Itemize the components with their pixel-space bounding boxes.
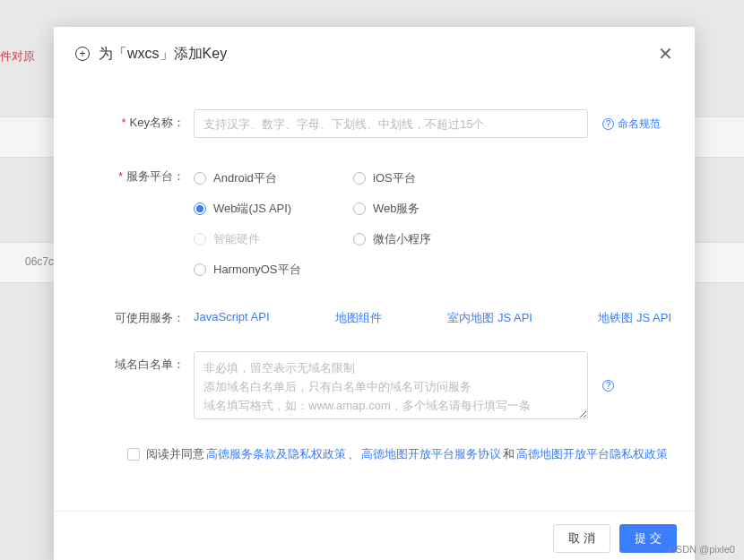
whitelist-textarea[interactable] xyxy=(194,351,588,419)
radio-icon xyxy=(353,202,366,215)
radio-harmony[interactable]: HarmonyOS平台 xyxy=(194,254,353,285)
services-label: 可使用服务： xyxy=(77,310,194,326)
add-key-modal: 为「wxcs」添加Key ✕ *Key名称： ? 命名规范 *服务平台： xyxy=(54,27,695,560)
radio-icon xyxy=(353,172,366,185)
modal-header: 为「wxcs」添加Key ✕ xyxy=(54,27,695,75)
platform-label: *服务平台： xyxy=(77,163,194,185)
radio-hardware: 智能硬件 xyxy=(194,224,353,254)
radio-icon xyxy=(194,233,206,246)
radio-ios[interactable]: iOS平台 xyxy=(353,163,513,194)
key-name-input[interactable] xyxy=(194,109,588,138)
agree-row: 阅读并同意 高德服务条款及隐私权政策 、 高德地图开放平台服务协议 和 高德地图… xyxy=(127,446,671,462)
bg-text-red: 件对原 xyxy=(0,48,35,65)
radio-miniapp[interactable]: 微信小程序 xyxy=(353,224,513,254)
modal-footer: 取 消 提 交 xyxy=(54,511,695,560)
modal-title-text: 为「wxcs」添加Key xyxy=(99,45,227,64)
whitelist-help-icon[interactable]: ? xyxy=(602,380,614,392)
radio-webjs[interactable]: Web端(JS API) xyxy=(194,194,353,224)
agree-link-terms[interactable]: 高德服务条款及隐私权政策 xyxy=(206,446,346,462)
radio-android[interactable]: Android平台 xyxy=(194,163,353,194)
radio-icon xyxy=(194,172,206,185)
service-link-mapcomp[interactable]: 地图组件 xyxy=(335,310,382,326)
radio-icon xyxy=(194,202,206,215)
radio-webservice[interactable]: Web服务 xyxy=(353,194,513,224)
bg-text-hash: 06c7c xyxy=(25,255,54,268)
agree-checkbox[interactable] xyxy=(127,448,140,461)
watermark: CSDN @pixle0 xyxy=(669,544,735,555)
service-link-jsapi[interactable]: JavaScript API xyxy=(194,310,270,326)
whitelist-label: 域名白名单： xyxy=(77,351,194,373)
radio-icon xyxy=(194,263,206,276)
radio-icon xyxy=(353,233,366,246)
plus-circle-icon xyxy=(75,47,90,61)
service-link-indoor[interactable]: 室内地图 JS API xyxy=(447,310,532,326)
agree-prefix: 阅读并同意 xyxy=(146,446,204,462)
agree-link-privacy[interactable]: 高德地图开放平台隐私权政策 xyxy=(516,446,668,462)
modal-title: 为「wxcs」添加Key xyxy=(75,45,227,64)
naming-help-link[interactable]: ? 命名规范 xyxy=(602,116,661,132)
service-link-subway[interactable]: 地铁图 JS API xyxy=(598,310,671,326)
agree-link-service[interactable]: 高德地图开放平台服务协议 xyxy=(361,446,501,462)
close-icon[interactable]: ✕ xyxy=(658,43,673,65)
cancel-button[interactable]: 取 消 xyxy=(553,524,610,553)
question-circle-icon: ? xyxy=(602,118,614,130)
key-name-label: *Key名称： xyxy=(77,109,194,131)
